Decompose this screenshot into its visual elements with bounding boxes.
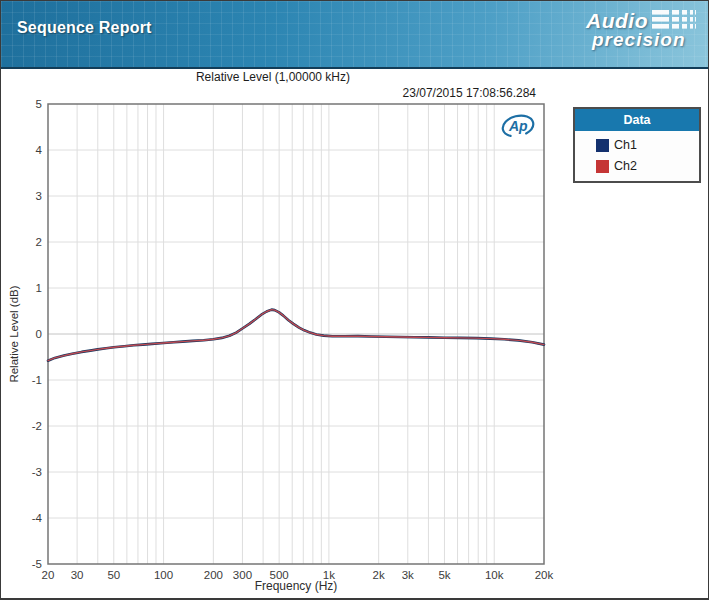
legend-panel: Data Ch1 Ch2 [573, 107, 701, 183]
y-tick-label: 3 [36, 190, 42, 202]
legend-body: Ch1 Ch2 [575, 131, 699, 181]
audio-precision-logo: Audio precision [586, 10, 696, 49]
y-tick-label: 2 [36, 236, 42, 248]
report-timestamp: 23/07/2015 17:08:56.284 [403, 86, 536, 100]
series-curve-ch1 [48, 310, 544, 361]
sequence-report-window: Sequence Report Audio precision 20305010… [0, 0, 709, 600]
ap-badge-icon: Ap [498, 111, 538, 145]
y-tick-label: 4 [36, 144, 43, 156]
logo-word-precision: precision [592, 30, 696, 49]
y-tick-label: 0 [36, 328, 42, 340]
legend-item-label: Ch2 [614, 159, 637, 173]
frequency-response-plot: 2030501002003005001k2k3k5k10k20k543210-1… [1, 1, 709, 600]
y-tick-label: 1 [36, 282, 42, 294]
y-axis-label: Relative Level (dB) [8, 274, 20, 394]
y-tick-label: -5 [32, 558, 42, 570]
y-tick-label: 5 [36, 98, 42, 110]
logo-word-audio: Audio [586, 10, 648, 31]
y-tick-label: -4 [32, 512, 43, 524]
x-axis-label: Frequency (Hz) [48, 579, 544, 593]
y-tick-label: -3 [32, 466, 42, 478]
ch1-color-swatch [596, 139, 609, 152]
chart-title: Relative Level (1,00000 kHz) [48, 70, 498, 84]
y-tick-label: -1 [32, 374, 42, 386]
legend-item-ch1: Ch1 [596, 138, 693, 152]
ch2-color-swatch [596, 160, 609, 173]
legend-item-label: Ch1 [614, 138, 637, 152]
ap-badge-text: Ap [508, 118, 528, 134]
y-tick-label: -2 [32, 420, 42, 432]
legend-item-ch2: Ch2 [596, 159, 693, 173]
series-curve-ch2 [48, 310, 544, 361]
legend-title: Data [575, 109, 699, 131]
page-title: Sequence Report [17, 19, 152, 37]
